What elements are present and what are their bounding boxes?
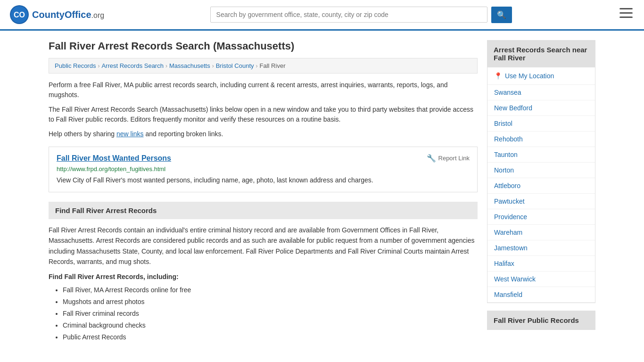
page-header: CO CountyOffice.org 🔍 — [0, 0, 644, 31]
sidebar-link[interactable]: Halifax — [487, 256, 595, 272]
main-layout: Fall River Arrest Records Search (Massac… — [39, 31, 605, 353]
sidebar-link[interactable]: Swansea — [487, 85, 595, 100]
logo-icon: CO — [9, 5, 29, 25]
breadcrumb-public-records[interactable]: Public Records — [55, 62, 96, 69]
breadcrumb-sep-1: › — [98, 63, 99, 69]
breadcrumb-massachusetts[interactable]: Massachusetts — [169, 62, 210, 69]
content-area: Fall River Arrest Records Search (Massac… — [49, 40, 478, 344]
sidebar-heading: Arrest Records Search near Fall River — [487, 40, 595, 67]
report-link[interactable]: 🔧 Report Link — [427, 154, 470, 163]
sidebar-link[interactable]: New Bedford — [487, 100, 595, 116]
sidebar-heading2: Fall River Public Records — [487, 311, 595, 330]
list-item: Fall River criminal records — [63, 308, 478, 320]
svg-rect-3 — [619, 8, 633, 9]
find-section-body: Fall River Arrest Records contain an ind… — [49, 225, 478, 267]
desc-text-3: Help others by sharing new links and rep… — [49, 129, 478, 139]
menu-icon[interactable] — [618, 6, 635, 23]
sidebar-link[interactable]: Jamestown — [487, 240, 595, 256]
desc-text-2: The Fall River Arrest Records Search (Ma… — [49, 105, 478, 124]
search-area: 🔍 — [210, 7, 512, 23]
breadcrumb-sep-3: › — [212, 63, 214, 69]
search-input[interactable] — [210, 7, 487, 23]
sidebar-link[interactable]: Taunton — [487, 147, 595, 163]
sidebar-links: 📍 Use My Location SwanseaNew BedfordBris… — [487, 67, 595, 303]
featured-title[interactable]: Fall River Most Wanted Persons — [57, 154, 171, 163]
featured-url[interactable]: http://www.frpd.org/topten_fugitives.htm… — [57, 165, 470, 173]
breadcrumb-sep-4: › — [256, 63, 258, 69]
records-list: Fall River, MA Arrest Records online for… — [49, 284, 478, 344]
breadcrumb: Public Records › Arrest Records Search ›… — [49, 58, 478, 74]
sidebar-link[interactable]: Rehoboth — [487, 132, 595, 147]
logo-text: CountyOffice.org — [32, 9, 104, 20]
use-my-location-link[interactable]: Use My Location — [505, 72, 554, 80]
desc-text-3a: Help others by sharing — [49, 130, 115, 138]
report-icon: 🔧 — [427, 154, 436, 163]
sidebar-link[interactable]: West Warwick — [487, 272, 595, 287]
breadcrumb-fall-river: Fall River — [260, 62, 286, 69]
sidebar-link[interactable]: Bristol — [487, 116, 595, 132]
location-icon: 📍 — [494, 72, 502, 80]
page-title: Fall River Arrest Records Search (Massac… — [49, 40, 478, 52]
report-link-label: Report Link — [438, 155, 470, 162]
find-section-header: Find Fall River Arrest Records — [49, 202, 478, 219]
svg-rect-4 — [619, 12, 633, 14]
list-item: Criminal background checks — [63, 320, 478, 331]
use-my-location-row[interactable]: 📍 Use My Location — [487, 67, 595, 85]
breadcrumb-bristol-county[interactable]: Bristol County — [216, 62, 254, 69]
sidebar: Arrest Records Search near Fall River 📍 … — [487, 40, 595, 344]
sidebar-link[interactable]: Providence — [487, 209, 595, 225]
search-icon: 🔍 — [497, 11, 506, 19]
sidebar-link[interactable]: Norton — [487, 163, 595, 178]
search-button[interactable]: 🔍 — [491, 7, 512, 23]
breadcrumb-arrest-records[interactable]: Arrest Records Search — [101, 62, 164, 69]
sidebar-link[interactable]: Mansfield — [487, 287, 595, 303]
desc-text-3b: and reporting broken links. — [145, 130, 223, 138]
list-item: Mugshots and arrest photos — [63, 296, 478, 308]
featured-card: Fall River Most Wanted Persons 🔧 Report … — [49, 147, 478, 192]
find-section-subtitle: Find Fall River Arrest Records, includin… — [49, 273, 478, 280]
sidebar-link[interactable]: Attleboro — [487, 178, 595, 194]
desc-text-1: Perform a free Fall River, MA public arr… — [49, 80, 478, 100]
new-links-link[interactable]: new links — [116, 130, 144, 138]
svg-text:CO: CO — [14, 11, 25, 19]
breadcrumb-sep-2: › — [165, 63, 167, 69]
svg-rect-5 — [619, 16, 633, 18]
featured-card-header: Fall River Most Wanted Persons 🔧 Report … — [57, 154, 470, 163]
featured-desc: View City of Fall River's most wanted pe… — [57, 175, 470, 185]
sidebar-link[interactable]: Pawtucket — [487, 194, 595, 209]
list-item: Public Arrest Records — [63, 331, 478, 343]
logo-area: CO CountyOffice.org — [9, 5, 104, 25]
list-item: Fall River, MA Arrest Records online for… — [63, 284, 478, 296]
sidebar-section2: Fall River Public Records — [487, 311, 595, 330]
sidebar-link[interactable]: Wareham — [487, 225, 595, 240]
